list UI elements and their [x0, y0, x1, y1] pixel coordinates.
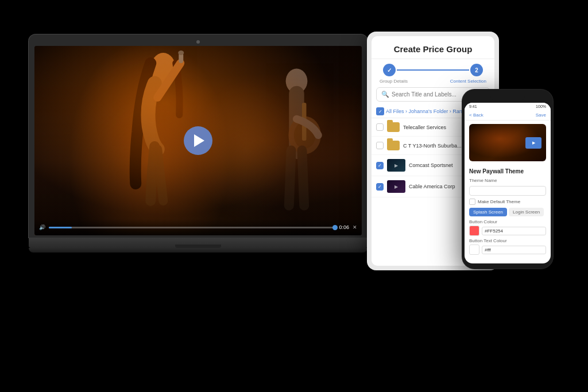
step-2-label: Content Selection — [450, 79, 486, 84]
phone-battery: 100% — [536, 104, 546, 108]
play-button[interactable] — [184, 126, 212, 155]
back-button[interactable]: < Back — [469, 112, 483, 118]
progress-bar-fill — [49, 227, 72, 228]
folder-icon-0 — [387, 122, 400, 132]
phone: 9:41 100% < Back Save ▶ New Paywall Them… — [462, 89, 554, 269]
phone-screen: 9:41 100% < Back Save ▶ New Paywall Them… — [465, 103, 551, 263]
phone-time: 9:41 — [469, 104, 477, 108]
scene: 🔊 0:06 ✕ Create Price Group — [0, 0, 588, 392]
phone-status-bar: 9:41 100% — [465, 103, 551, 110]
step-2-circle: 2 — [470, 64, 483, 76]
file-checkbox-2[interactable]: ✓ — [376, 162, 384, 169]
button-colour-label: Button Colour — [469, 219, 546, 224]
save-button[interactable]: Save — [536, 112, 546, 118]
screen-tabs: Splash Screen Login Screen — [469, 208, 546, 216]
login-screen-tab[interactable]: Login Screen — [509, 208, 544, 216]
phone-header: < Back Save — [465, 110, 551, 121]
step-1-circle: ✓ — [383, 64, 396, 76]
tablet-header: Create Price Group — [372, 36, 494, 59]
tablet-title: Create Price Group — [378, 44, 488, 54]
search-icon: 🔍 — [381, 91, 389, 98]
make-default-label: Make Default Theme — [478, 199, 520, 204]
button-text-colour-value: #fff — [482, 246, 546, 254]
video-thumb-2 — [387, 159, 405, 172]
button-text-colour-row: #fff — [469, 244, 546, 255]
phone-play-button[interactable]: ▶ — [525, 137, 541, 149]
laptop-screen-outer: 🔊 0:06 ✕ — [29, 34, 368, 238]
button-colour-value: #FF5254 — [482, 227, 546, 235]
progress-bar-track[interactable] — [49, 227, 335, 228]
laptop-footer — [29, 248, 368, 253]
video-controls: 🔊 0:06 ✕ — [34, 219, 362, 235]
laptop-hinge — [175, 244, 221, 248]
folder-icon-1 — [387, 141, 400, 150]
file-checkbox-3[interactable]: ✓ — [376, 183, 384, 191]
close-button[interactable]: ✕ — [353, 224, 357, 230]
button-colour-swatch[interactable] — [469, 226, 479, 236]
step-2-number: 2 — [475, 67, 478, 73]
select-all-checkbox[interactable]: ✓ — [376, 107, 384, 115]
laptop-screen: 🔊 0:06 ✕ — [34, 46, 362, 235]
laptop-camera — [196, 40, 200, 44]
button-text-colour-swatch[interactable] — [469, 244, 479, 255]
phone-notch — [490, 95, 525, 100]
phone-ui: 9:41 100% < Back Save ▶ New Paywall Them… — [465, 103, 551, 263]
theme-name-input[interactable] — [469, 186, 546, 196]
phone-section-title: New Paywall Theme — [469, 168, 546, 174]
make-default-checkbox[interactable] — [469, 199, 475, 205]
laptop: 🔊 0:06 ✕ — [29, 34, 368, 256]
laptop-base — [29, 238, 368, 248]
make-default-row: Make Default Theme — [469, 199, 546, 205]
button-colour-row: #FF5254 — [469, 226, 546, 236]
volume-icon[interactable]: 🔊 — [39, 224, 45, 230]
phone-video-preview: ▶ — [469, 124, 546, 161]
button-text-colour-label: Button Text Colour — [469, 238, 546, 243]
splash-screen-tab[interactable]: Splash Screen — [469, 208, 507, 216]
step-1-label: Group Details — [380, 79, 408, 84]
step-line — [397, 69, 469, 71]
tablet-stepper: ✓ 2 — [372, 59, 494, 79]
file-checkbox-0[interactable] — [376, 123, 384, 131]
video-time: 0:06 — [339, 224, 349, 230]
file-checkbox-1[interactable] — [376, 142, 384, 149]
video-thumb-3 — [387, 180, 405, 193]
phone-form: New Paywall Theme Theme Name Make Defaul… — [465, 165, 551, 263]
laptop-shadow — [29, 253, 368, 256]
breadcrumb-text: All Files › Johanna's Folder › Rando... — [386, 108, 472, 114]
video-content: 🔊 0:06 ✕ — [34, 46, 362, 235]
theme-name-label: Theme Name — [469, 178, 546, 183]
step-1-number: ✓ — [387, 67, 392, 73]
step-labels: Group Details Content Selection — [372, 79, 494, 84]
